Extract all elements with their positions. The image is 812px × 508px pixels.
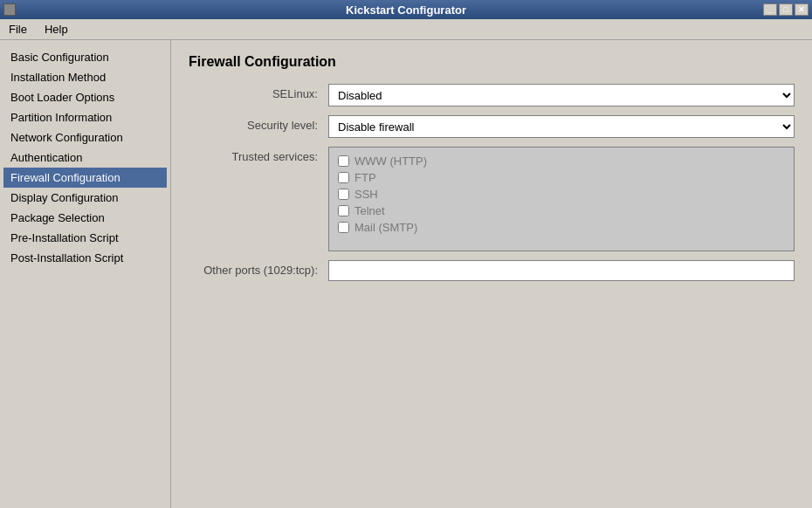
selinux-label: SELinux:	[189, 84, 328, 100]
service-ssh: SSH	[338, 188, 785, 201]
service-ftp: FTP	[338, 171, 785, 184]
sidebar-item-display-configuration[interactable]: Display Configuration	[3, 188, 167, 208]
selinux-row: SELinux: Disabled Enforcing Permissive	[189, 84, 795, 106]
main-layout: Basic Configuration Installation Method …	[0, 40, 812, 508]
sidebar-item-authentication[interactable]: Authentication	[3, 148, 167, 168]
service-ftp-checkbox[interactable]	[338, 172, 349, 183]
other-ports-input[interactable]	[328, 260, 795, 281]
sidebar-item-firewall-configuration[interactable]: Firewall Configuration	[3, 168, 167, 188]
content-area: Firewall Configuration SELinux: Disabled…	[171, 40, 812, 508]
sidebar-item-package-selection[interactable]: Package Selection	[3, 208, 167, 228]
service-ftp-label: FTP	[354, 171, 376, 184]
sidebar-item-basic-configuration[interactable]: Basic Configuration	[3, 47, 167, 67]
service-ssh-checkbox[interactable]	[338, 189, 349, 200]
security-level-label: Security level:	[189, 115, 328, 132]
close-button[interactable]: ✕	[795, 3, 809, 16]
other-ports-row: Other ports (1029:tcp):	[189, 260, 795, 281]
sidebar-item-boot-loader-options[interactable]: Boot Loader Options	[3, 87, 167, 107]
trusted-services-row: Trusted services: WWW (HTTP) FTP SSH	[189, 147, 795, 251]
menubar: File Help	[0, 19, 812, 40]
trusted-services-label: Trusted services:	[189, 147, 328, 163]
section-title: Firewall Configuration	[189, 54, 795, 70]
service-ssh-label: SSH	[354, 188, 378, 201]
other-ports-label: Other ports (1029:tcp):	[189, 260, 328, 277]
security-level-row: Security level: Disable firewall Enable …	[189, 115, 795, 138]
security-level-select[interactable]: Disable firewall Enable firewall No fire…	[328, 115, 795, 138]
service-mail: Mail (SMTP)	[338, 221, 785, 234]
sidebar-item-partition-information[interactable]: Partition Information	[3, 107, 167, 127]
menu-file[interactable]: File	[3, 21, 32, 38]
other-ports-control	[328, 260, 795, 281]
security-level-control: Disable firewall Enable firewall No fire…	[328, 115, 795, 138]
sidebar-item-network-configuration[interactable]: Network Configuration	[3, 127, 167, 148]
service-mail-label: Mail (SMTP)	[354, 221, 417, 234]
sidebar: Basic Configuration Installation Method …	[0, 40, 171, 508]
titlebar: Kickstart Configurator _ □ ✕	[0, 0, 812, 19]
service-www: WWW (HTTP)	[338, 154, 785, 168]
service-mail-checkbox[interactable]	[338, 222, 349, 233]
maximize-button[interactable]: □	[779, 3, 793, 16]
sidebar-item-installation-method[interactable]: Installation Method	[3, 67, 167, 87]
selinux-control: Disabled Enforcing Permissive	[328, 84, 795, 106]
titlebar-title: Kickstart Configurator	[346, 3, 466, 17]
service-www-label: WWW (HTTP)	[354, 154, 427, 168]
service-telnet-checkbox[interactable]	[338, 205, 349, 216]
trusted-services-panel: WWW (HTTP) FTP SSH Telnet	[328, 147, 795, 251]
service-telnet: Telnet	[338, 204, 785, 217]
sidebar-item-post-installation-script[interactable]: Post-Installation Script	[3, 248, 167, 268]
menu-help[interactable]: Help	[39, 21, 73, 38]
service-telnet-label: Telnet	[354, 204, 385, 217]
titlebar-controls: _ □ ✕	[763, 3, 809, 16]
selinux-select[interactable]: Disabled Enforcing Permissive	[328, 84, 795, 106]
service-www-checkbox[interactable]	[338, 155, 349, 167]
app-icon	[3, 3, 16, 16]
services-panel: WWW (HTTP) FTP SSH Telnet	[328, 147, 795, 251]
minimize-button[interactable]: _	[763, 3, 777, 16]
sidebar-item-pre-installation-script[interactable]: Pre-Installation Script	[3, 228, 167, 248]
